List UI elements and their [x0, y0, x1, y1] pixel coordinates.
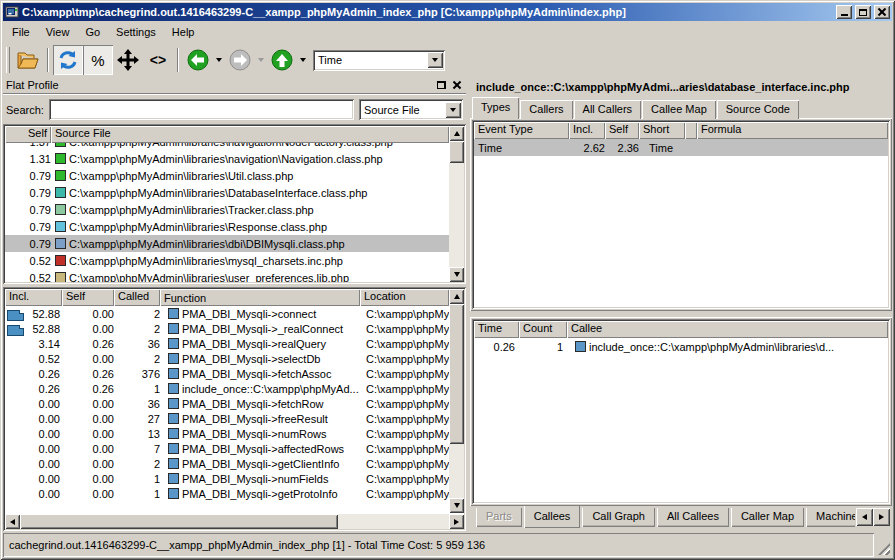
back-button[interactable]	[183, 45, 213, 75]
column-header-incl[interactable]: Incl.	[5, 289, 62, 306]
up-dropdown-button[interactable]	[297, 46, 309, 74]
function-row[interactable]: 0.00 0.00 27 PMA_DBI_Mysqli->freeResult …	[5, 411, 449, 426]
view-tab[interactable]: Callees	[524, 506, 581, 528]
dock-close-button[interactable]	[449, 79, 464, 92]
event-type-selector[interactable]: Time	[313, 50, 445, 71]
scrollbar-track[interactable]	[449, 163, 464, 267]
menu-item[interactable]: Go	[77, 23, 108, 41]
function-name: PMA_DBI_Mysqli->affectedRows	[182, 443, 344, 455]
column-header-callee[interactable]: Callee	[567, 321, 888, 338]
up-button[interactable]	[267, 45, 297, 75]
source-file-row[interactable]: 0.79 C:\xampp\phpMyAdmin\libraries\Track…	[5, 201, 449, 218]
function-row[interactable]: 0.00 0.00 1 PMA_DBI_Mysqli->numFields C:…	[5, 471, 449, 486]
function-row[interactable]: 0.00 0.00 36 PMA_DBI_Mysqli->fetchRow C:…	[5, 396, 449, 411]
percentage-toggle-button[interactable]: %	[83, 45, 113, 75]
view-tab-label: Callees	[534, 510, 571, 522]
self-cost-value: 0.00	[62, 353, 114, 365]
column-header-called[interactable]: Called	[114, 289, 160, 306]
scroll-down-button[interactable]	[449, 498, 464, 513]
menu-item[interactable]: File	[4, 23, 38, 41]
source-file-row[interactable]: 0.79 C:\xampp\phpMyAdmin\libraries\Util.…	[5, 167, 449, 184]
column-header-function[interactable]: Function	[160, 289, 360, 306]
refresh-button[interactable]	[53, 45, 83, 75]
function-row[interactable]: 0.00 0.00 13 PMA_DBI_Mysqli->numRows C:\…	[5, 426, 449, 441]
function-row[interactable]: 0.00 0.00 1 PMA_DBI_Mysqli->getProtoInfo…	[5, 486, 449, 501]
detail-tab[interactable]: Source Code	[717, 100, 799, 119]
detail-tab[interactable]: All Callers	[574, 100, 642, 119]
dock-title: Flat Profile	[6, 79, 434, 91]
tab-scroll-left-button[interactable]	[856, 508, 873, 526]
view-tab[interactable]: Call Graph	[582, 508, 655, 527]
column-header-event-type[interactable]: Event Type	[474, 122, 569, 139]
incl-value: 2.62	[569, 142, 605, 154]
resize-grip[interactable]	[876, 533, 892, 557]
function-row[interactable]: 3.14 0.26 36 PMA_DBI_Mysqli->realQuery C…	[5, 336, 449, 351]
column-header-short[interactable]: Short	[639, 122, 685, 139]
column-header-location[interactable]: Location	[360, 289, 449, 306]
function-row[interactable]: 52.88 0.00 2 PMA_DBI_Mysqli->_realConnec…	[5, 321, 449, 336]
detail-tab[interactable]: Callers	[520, 100, 572, 119]
view-tab[interactable]: Machine Code	[806, 508, 855, 527]
relative-cost-button[interactable]: <>	[143, 45, 173, 75]
event-type-row[interactable]: Time 2.62 2.36 Time	[474, 139, 888, 156]
column-header-formula[interactable]: Formula	[697, 122, 888, 139]
scrollbar-track[interactable]	[449, 444, 464, 498]
view-tab[interactable]: Caller Map	[731, 508, 804, 527]
callee-row[interactable]: 0.26 1 include_once::C:\xampp\phpMyAdmin…	[474, 338, 888, 355]
group-by-selector[interactable]: Source File	[359, 99, 463, 120]
tab-scroll-right-button[interactable]	[873, 508, 890, 526]
column-header-spacer[interactable]	[685, 122, 697, 139]
source-file-row[interactable]: 0.79 C:\xampp\phpMyAdmin\libraries\dbi\D…	[5, 235, 449, 252]
close-button[interactable]	[874, 5, 890, 19]
event-type-dropdown-button[interactable]	[427, 52, 443, 68]
open-file-button[interactable]	[13, 45, 43, 75]
view-tab[interactable]: All Callees	[657, 508, 729, 527]
column-header-incl[interactable]: Incl.	[569, 122, 605, 139]
source-file-row[interactable]: 0.52 C:\xampp\phpMyAdmin\libraries\mysql…	[5, 252, 449, 269]
column-header-count[interactable]: Count	[519, 321, 567, 338]
source-file-row[interactable]: 1.37 C:\xampp\phpMyAdmin\libraries\navig…	[5, 143, 449, 150]
detail-tab[interactable]: Callee Map	[642, 100, 716, 119]
maximize-button[interactable]	[855, 5, 871, 19]
menu-item[interactable]: View	[38, 23, 78, 41]
menu-item[interactable]: Help	[164, 23, 203, 41]
forward-dropdown-button[interactable]	[255, 46, 267, 74]
menu-item[interactable]: Settings	[108, 23, 164, 41]
search-input[interactable]	[49, 99, 354, 120]
function-row[interactable]: 0.26 0.26 376 PMA_DBI_Mysqli->fetchAssoc…	[5, 366, 449, 381]
forward-button[interactable]	[225, 45, 255, 75]
scroll-up-button[interactable]	[449, 126, 464, 141]
scrollbar-thumb[interactable]	[20, 514, 338, 529]
function-row[interactable]: 52.88 0.00 2 PMA_DBI_Mysqli->connect C:\…	[5, 306, 449, 321]
column-header-self[interactable]: Self	[62, 289, 114, 306]
minimize-button[interactable]	[836, 5, 852, 19]
expand-areas-button[interactable]	[113, 45, 143, 75]
column-header-self[interactable]: Self	[605, 122, 639, 139]
scrollbar-thumb[interactable]	[449, 304, 464, 444]
function-name: PMA_DBI_Mysqli->fetchRow	[182, 398, 324, 410]
detail-tab[interactable]: Types	[472, 97, 519, 119]
scroll-right-button[interactable]	[449, 514, 464, 529]
call-count-value: 1	[519, 341, 567, 353]
incl-cost-value: 0.52	[39, 353, 60, 365]
source-file-row[interactable]: 0.79 C:\xampp\phpMyAdmin\libraries\Respo…	[5, 218, 449, 235]
group-by-dropdown-button[interactable]	[445, 102, 461, 118]
toolbar-handle[interactable]	[6, 47, 10, 73]
source-file-row[interactable]: 0.52 C:\xampp\phpMyAdmin\libraries\user_…	[5, 269, 449, 282]
scroll-up-button[interactable]	[449, 289, 464, 304]
function-row[interactable]: 0.52 0.00 2 PMA_DBI_Mysqli->selectDb C:\…	[5, 351, 449, 366]
column-header-source-file[interactable]: Source File	[51, 126, 449, 143]
function-row[interactable]: 0.00 0.00 7 PMA_DBI_Mysqli->affectedRows…	[5, 441, 449, 456]
column-header-self[interactable]: Self	[5, 126, 51, 143]
source-file-row[interactable]: 0.79 C:\xampp\phpMyAdmin\libraries\Datab…	[5, 184, 449, 201]
back-dropdown-button[interactable]	[213, 46, 225, 74]
source-file-row[interactable]: 1.31 C:\xampp\phpMyAdmin\libraries\navig…	[5, 150, 449, 167]
dock-float-button[interactable]	[434, 79, 449, 92]
scroll-left-button[interactable]	[5, 514, 20, 529]
function-row[interactable]: 0.00 0.00 2 PMA_DBI_Mysqli->getClientInf…	[5, 456, 449, 471]
column-header-time[interactable]: Time	[474, 321, 519, 338]
function-row[interactable]: 0.26 0.26 1 include_once::C:\xampp\phpMy…	[5, 381, 449, 396]
scrollbar-track[interactable]	[338, 514, 449, 529]
scroll-down-button[interactable]	[449, 267, 464, 282]
scrollbar-thumb[interactable]	[449, 141, 464, 163]
